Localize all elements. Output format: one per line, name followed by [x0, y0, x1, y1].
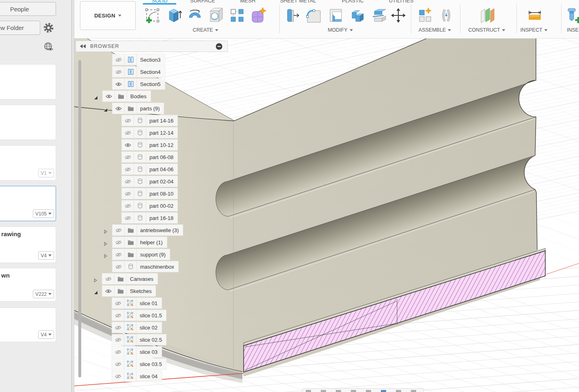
panel-divider[interactable]: [71, 0, 74, 392]
project-item-card[interactable]: V4: [0, 308, 56, 342]
tree-row-slice-01-5[interactable]: slice 01.5: [112, 310, 166, 321]
browser-panel-header[interactable]: BROWSER: [76, 41, 228, 52]
fit-icon[interactable]: [366, 390, 371, 392]
disclosure-collapsed-icon[interactable]: [104, 252, 108, 256]
visibility-toggle-icon[interactable]: [112, 54, 125, 65]
tree-row-slice-02[interactable]: slice 02: [112, 322, 162, 333]
version-dropdown[interactable]: V4: [38, 330, 54, 339]
tree-row-parts[interactable]: parts (9): [112, 103, 164, 114]
hole-button[interactable]: [207, 5, 225, 26]
viewports-icon[interactable]: [411, 390, 416, 392]
tree-row-section4[interactable]: Section4: [112, 66, 165, 78]
tree-row-bodies[interactable]: Bodies: [102, 90, 151, 102]
version-dropdown[interactable]: V105: [33, 209, 54, 218]
visibility-toggle-icon[interactable]: [112, 249, 125, 260]
offset-plane-button[interactable]: [478, 5, 497, 26]
disclosure-expanded-icon[interactable]: [94, 94, 98, 98]
visibility-toggle-icon[interactable]: [112, 237, 125, 248]
version-dropdown[interactable]: V1: [38, 169, 54, 177]
press-pull-button[interactable]: [283, 5, 302, 26]
people-tab[interactable]: People: [0, 2, 56, 16]
grid-snaps-icon[interactable]: [396, 390, 401, 392]
disclosure-expanded-icon[interactable]: [94, 289, 98, 293]
visibility-toggle-icon[interactable]: [122, 213, 134, 223]
workspace-selector[interactable]: DESIGN: [80, 1, 136, 30]
joint-button[interactable]: [437, 5, 456, 26]
visibility-toggle-icon[interactable]: [122, 176, 134, 187]
extrude-button[interactable]: [164, 5, 183, 26]
create-sketch-button[interactable]: [143, 5, 162, 26]
tree-row-part-16-18[interactable]: part 16-18: [121, 212, 178, 224]
visibility-toggle-icon[interactable]: [122, 115, 134, 126]
visibility-toggle-icon[interactable]: [112, 359, 124, 369]
tree-row-part-10-12[interactable]: part 10-12: [121, 139, 178, 151]
visibility-toggle-icon[interactable]: [112, 103, 125, 114]
new-component-button[interactable]: [416, 5, 434, 26]
tree-row-helper[interactable]: helper (1): [112, 237, 167, 248]
display-settings-icon[interactable]: [381, 390, 386, 392]
tree-row-antriebswelle[interactable]: antriebswelle (3): [112, 224, 183, 236]
visibility-toggle-icon[interactable]: [112, 334, 124, 345]
project-item-card[interactable]: wn V222: [0, 268, 56, 302]
split-body-button[interactable]: [370, 5, 389, 26]
orbit-icon[interactable]: [306, 390, 311, 392]
disclosure-collapsed-icon[interactable]: [104, 228, 108, 232]
tree-row-support[interactable]: support (9): [112, 249, 170, 260]
visibility-toggle-icon[interactable]: [122, 140, 134, 150]
tab-plastic[interactable]: PLASTIC: [342, 0, 364, 4]
visibility-toggle-icon[interactable]: [122, 152, 134, 162]
tree-row-part-06-08[interactable]: part 06-08: [121, 151, 178, 163]
create-form-button[interactable]: [249, 5, 268, 26]
construct-group-label[interactable]: CONSTRUCT: [468, 27, 505, 33]
disclosure-collapsed-icon[interactable]: [93, 277, 97, 281]
zoom-icon[interactable]: [351, 390, 356, 392]
tree-row-canvases[interactable]: Canvases: [102, 273, 158, 284]
tree-row-slice-03-5[interactable]: slice 03.5: [112, 358, 166, 370]
look-at-icon[interactable]: [321, 390, 326, 392]
visibility-toggle-icon[interactable]: [102, 286, 115, 296]
fillet-button[interactable]: [305, 5, 323, 26]
collapse-circle-minus-icon[interactable]: [216, 43, 223, 50]
tree-row-part-02-04[interactable]: part 02-04: [121, 176, 178, 187]
project-item-card[interactable]: [0, 105, 56, 140]
tree-row-maschinenbox[interactable]: maschinenbox: [112, 261, 179, 272]
visibility-toggle-icon[interactable]: [122, 200, 134, 211]
tree-row-part-14-16[interactable]: part 14-16: [121, 115, 178, 126]
tree-row-part-08-10[interactable]: part 08-10: [121, 188, 178, 199]
visibility-toggle-icon[interactable]: [112, 371, 124, 381]
collapse-double-arrow-icon[interactable]: [80, 44, 86, 48]
visibility-toggle-icon[interactable]: [122, 164, 134, 174]
insert-group-label[interactable]: INSE: [567, 27, 579, 33]
visibility-toggle-icon[interactable]: [122, 127, 134, 138]
version-dropdown[interactable]: V222: [33, 290, 54, 298]
assemble-group-label[interactable]: ASSEMBLE: [419, 27, 451, 33]
tab-surface[interactable]: SURFACE: [190, 0, 215, 4]
project-item-card-selected[interactable]: V105: [0, 186, 56, 221]
tree-row-slice-04[interactable]: slice 04: [112, 370, 162, 382]
tree-row-slice-03[interactable]: slice 03: [112, 346, 162, 358]
create-group-label[interactable]: CREATE: [193, 27, 218, 33]
pan-icon[interactable]: [336, 390, 341, 392]
tree-row-slice-01[interactable]: slice 01: [112, 297, 162, 309]
combine-button[interactable]: [348, 5, 367, 26]
tree-row-section5[interactable]: Section5: [112, 78, 165, 90]
visibility-toggle-icon[interactable]: [112, 322, 124, 333]
insert-fastener-button[interactable]: [565, 5, 579, 26]
visibility-toggle-icon[interactable]: [112, 225, 125, 235]
visibility-toggle-icon[interactable]: [112, 79, 125, 89]
project-item-card[interactable]: rawing V4: [0, 226, 56, 263]
visibility-toggle-icon[interactable]: [122, 188, 134, 199]
visibility-toggle-icon[interactable]: [112, 310, 124, 321]
inspect-group-label[interactable]: INSPECT: [520, 27, 547, 33]
visibility-toggle-icon[interactable]: [103, 91, 115, 101]
new-folder-button[interactable]: New Folder: [0, 21, 40, 35]
visibility-toggle-icon[interactable]: [102, 274, 115, 284]
share-globe-eye-icon[interactable]: [43, 42, 54, 52]
tree-row-part-00-02[interactable]: part 00-02: [121, 200, 178, 211]
project-item-card[interactable]: V1: [0, 145, 56, 181]
disclosure-collapsed-icon[interactable]: [104, 240, 108, 244]
tree-row-slice-02-5[interactable]: slice 02.5: [112, 334, 166, 345]
project-item-card[interactable]: [0, 64, 56, 99]
visibility-toggle-icon[interactable]: [112, 298, 124, 308]
browser-scrollbar[interactable]: [78, 60, 81, 377]
